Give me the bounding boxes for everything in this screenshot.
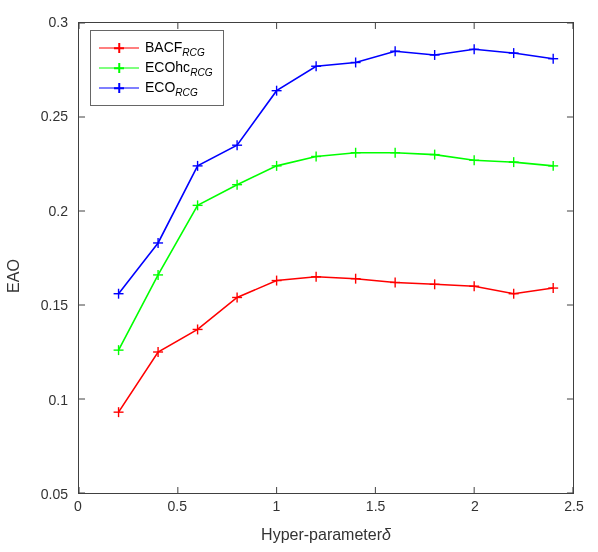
x-tick: 1.5 — [366, 498, 385, 514]
legend-item: ECOhcRCG — [99, 59, 213, 77]
legend-swatch — [99, 59, 139, 77]
x-tick: 1 — [272, 498, 280, 514]
y-tick: 0.25 — [34, 108, 68, 124]
y-tick: 0.3 — [34, 14, 68, 30]
y-tick: 0.05 — [34, 486, 68, 502]
legend-label: ECORCG — [145, 79, 198, 98]
series-line — [119, 153, 554, 350]
legend: BACFRCGECOhcRCGECORCG — [90, 30, 224, 106]
x-axis-label: Hyper-parameterδ — [261, 526, 391, 544]
series-line — [119, 277, 554, 412]
legend-swatch — [99, 39, 139, 57]
y-tick: 0.2 — [34, 203, 68, 219]
x-axis-label-base: Hyper-parameter — [261, 526, 382, 543]
x-tick: 2.5 — [564, 498, 583, 514]
legend-item: ECORCG — [99, 79, 213, 97]
x-axis-label-delta: δ — [382, 526, 391, 543]
legend-label: BACFRCG — [145, 39, 205, 58]
y-axis-label: EAO — [5, 259, 23, 293]
chart-figure: EAO Hyper-parameterδ 00.511.522.5 0.050.… — [0, 0, 598, 552]
x-tick: 0.5 — [167, 498, 186, 514]
legend-swatch — [99, 79, 139, 97]
y-tick: 0.1 — [34, 392, 68, 408]
x-tick: 2 — [471, 498, 479, 514]
y-tick: 0.15 — [34, 297, 68, 313]
legend-item: BACFRCG — [99, 39, 213, 57]
x-tick: 0 — [74, 498, 82, 514]
legend-label: ECOhcRCG — [145, 59, 213, 78]
